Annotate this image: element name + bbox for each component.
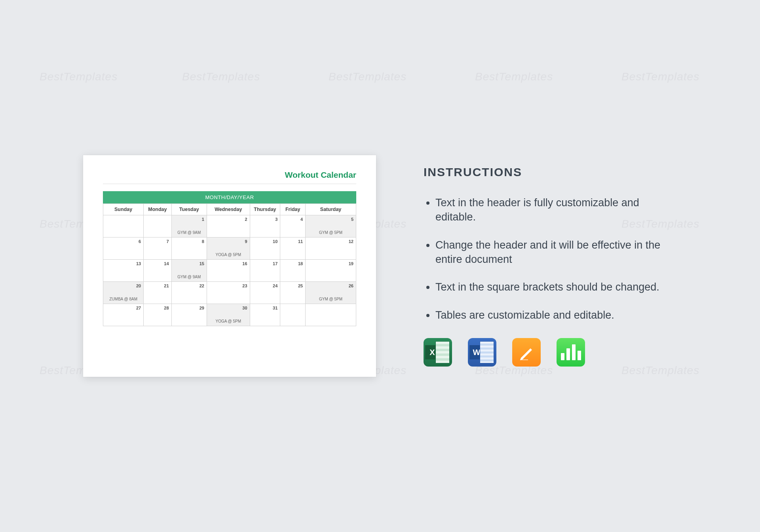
day-number: 11: [298, 239, 303, 244]
word-badge: W: [469, 345, 484, 359]
instructions-list: Text in the header is fully customizable…: [424, 196, 677, 323]
day-number: 9: [245, 239, 247, 244]
day-number: 20: [136, 283, 141, 288]
day-number: 16: [242, 261, 247, 266]
calendar-cell: 16: [207, 260, 250, 282]
day-number: 22: [200, 283, 204, 288]
calendar-event: ZUMBA @ 8AM: [103, 297, 143, 301]
calendar-cell: [280, 304, 306, 326]
day-number: 2: [245, 217, 247, 222]
calendar-cell: 7: [144, 238, 171, 260]
calendar-cell: 19: [306, 260, 356, 282]
numbers-icon: [557, 338, 585, 367]
calendar-cell: 14: [144, 260, 171, 282]
day-number: 6: [139, 239, 141, 244]
calendar-row: 1GYM @ 9AM2345GYM @ 5PM: [103, 215, 356, 238]
calendar-cell: [103, 215, 144, 238]
day-header: Tuesday: [171, 204, 207, 215]
day-number: 25: [298, 283, 303, 288]
calendar-cell: 21: [144, 282, 171, 304]
day-number: 30: [242, 306, 247, 310]
calendar-cell: 24: [250, 282, 280, 304]
calendar-cell: 2: [207, 215, 250, 238]
day-number: 31: [273, 306, 277, 310]
day-header: Saturday: [306, 204, 356, 215]
calendar-cell: 30YOGA @ 5PM: [207, 304, 250, 326]
calendar-cell: 18: [280, 260, 306, 282]
instruction-item: Text in the square brackets should be ch…: [435, 280, 677, 294]
page-container: Workout Calendar MONTH/DAY/YEAR Sunday M…: [0, 0, 760, 532]
day-number: 5: [351, 217, 353, 222]
calendar-cell: 3: [250, 215, 280, 238]
day-number: 29: [200, 306, 204, 310]
calendar-cell: 15GYM @ 9AM: [171, 260, 207, 282]
calendar-cell: 4: [280, 215, 306, 238]
day-number: 18: [298, 261, 303, 266]
calendar-row: 131415GYM @ 9AM16171819: [103, 260, 356, 282]
calendar-event: GYM @ 5PM: [306, 230, 356, 235]
day-number: 15: [200, 261, 204, 266]
calendar-cell: 9YOGA @ 5PM: [207, 238, 250, 260]
day-number: 7: [166, 239, 169, 244]
pen-icon: [519, 344, 534, 360]
format-icons-row: X W: [424, 338, 677, 367]
instructions-panel: INSTRUCTIONS Text in the header is fully…: [424, 165, 677, 367]
calendar-cell: 13: [103, 260, 144, 282]
calendar-cell: 8: [171, 238, 207, 260]
template-preview: Workout Calendar MONTH/DAY/YEAR Sunday M…: [83, 155, 376, 377]
calendar-event: GYM @ 9AM: [172, 275, 207, 279]
instructions-title: INSTRUCTIONS: [424, 165, 677, 179]
day-number: 10: [273, 239, 277, 244]
document-title: Workout Calendar: [103, 170, 356, 184]
day-number: 28: [164, 306, 169, 310]
day-header: Sunday: [103, 204, 144, 215]
calendar-banner: MONTH/DAY/YEAR: [103, 191, 356, 203]
day-number: 8: [202, 239, 204, 244]
instruction-item: Tables are customizable and editable.: [435, 308, 677, 322]
instruction-item: Change the header and it will be effecti…: [435, 238, 677, 267]
day-number: 13: [136, 261, 141, 266]
calendar-event: YOGA @ 5PM: [207, 319, 250, 323]
day-number: 27: [136, 306, 141, 310]
calendar-cell: 1GYM @ 9AM: [171, 215, 207, 238]
day-header: Wednesday: [207, 204, 250, 215]
calendar-cell: 22: [171, 282, 207, 304]
day-number: 19: [349, 261, 353, 266]
calendar-event: YOGA @ 5PM: [207, 253, 250, 257]
day-number: 23: [242, 283, 247, 288]
calendar-cell: [144, 215, 171, 238]
calendar-row: 6789YOGA @ 5PM101112: [103, 238, 356, 260]
calendar-cell: 28: [144, 304, 171, 326]
calendar-cell: 11: [280, 238, 306, 260]
day-header: Monday: [144, 204, 171, 215]
calendar-cell: 10: [250, 238, 280, 260]
bars-icon: [561, 344, 581, 360]
calendar-cell: 12: [306, 238, 356, 260]
calendar-table: Sunday Monday Tuesday Wednesday Thursday…: [103, 203, 356, 326]
calendar-row: 27282930YOGA @ 5PM31: [103, 304, 356, 326]
calendar-cell: 26GYM @ 5PM: [306, 282, 356, 304]
calendar-cell: 17: [250, 260, 280, 282]
excel-icon: X: [424, 338, 452, 367]
calendar-event: GYM @ 9AM: [172, 230, 207, 235]
calendar-row: 20ZUMBA @ 8AM212223242526GYM @ 5PM: [103, 282, 356, 304]
day-number: 17: [273, 261, 277, 266]
day-number: 24: [273, 283, 277, 288]
day-number: 4: [300, 217, 303, 222]
day-number: 26: [349, 283, 353, 288]
calendar-cell: 20ZUMBA @ 8AM: [103, 282, 144, 304]
calendar-cell: [306, 304, 356, 326]
excel-badge: X: [425, 345, 439, 359]
calendar-cell: 25: [280, 282, 306, 304]
calendar-event: GYM @ 5PM: [306, 297, 356, 301]
calendar-cell: 6: [103, 238, 144, 260]
calendar-cell: 27: [103, 304, 144, 326]
day-number: 12: [349, 239, 353, 244]
day-number: 3: [275, 217, 277, 222]
calendar-header-row: Sunday Monday Tuesday Wednesday Thursday…: [103, 204, 356, 215]
svg-rect-0: [520, 359, 528, 360]
instruction-item: Text in the header is fully customizable…: [435, 196, 677, 224]
day-header: Thursday: [250, 204, 280, 215]
calendar-cell: 5GYM @ 5PM: [306, 215, 356, 238]
pages-icon: [512, 338, 541, 367]
